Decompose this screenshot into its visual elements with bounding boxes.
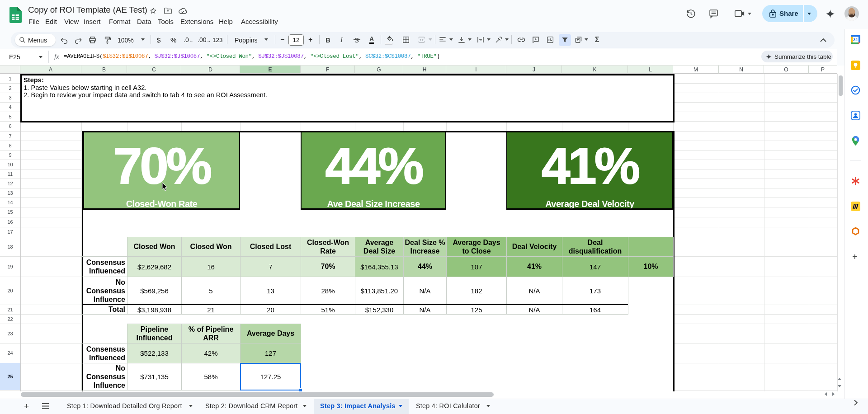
svg-text:31: 31 [853, 37, 859, 42]
